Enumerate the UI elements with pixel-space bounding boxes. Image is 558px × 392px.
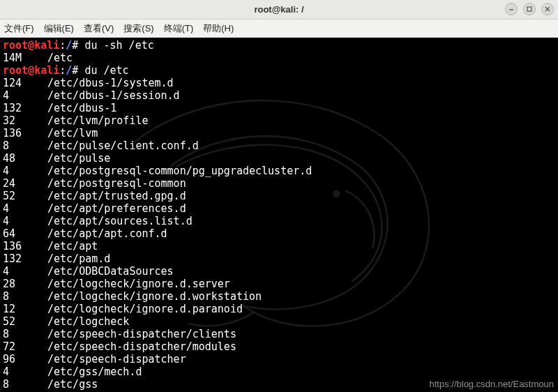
row-size: 136 (3, 240, 47, 252)
output-row: 8/etc/speech-dispatcher/clients (3, 328, 555, 340)
prompt-cwd: / (66, 64, 72, 77)
row-path: /etc/postgresql-common/pg_upgradecluster… (47, 165, 312, 177)
row-size: 72 (3, 340, 47, 353)
row-size: 8 (3, 140, 47, 152)
minimize-button[interactable] (505, 3, 518, 15)
menu-file[interactable]: 文件(F) (4, 22, 34, 35)
command-du-sh: du -sh /etc (84, 39, 153, 52)
row-path: /etc/speech-dispatcher/clients (47, 328, 236, 340)
prompt-hash: # (72, 64, 84, 77)
output-row: 4/etc/gss/mech.d (3, 365, 555, 378)
titlebar: root@kali: / (0, 0, 558, 20)
row-size: 96 (3, 353, 47, 365)
output-row: 136/etc/apt (3, 240, 555, 252)
row-path: /etc/pulse (47, 152, 110, 165)
row-path: /etc/postgresql-common (47, 177, 186, 190)
menu-view[interactable]: 查看(V) (84, 22, 114, 35)
row-path: /etc/apt (47, 240, 98, 252)
menu-search[interactable]: 搜索(S) (123, 22, 153, 35)
window-controls (505, 3, 554, 15)
output-row: 8/etc/logcheck/ignore.d.workstation (3, 290, 555, 303)
row-size: 132 (3, 252, 47, 265)
row-path: /etc/pulse/client.conf.d (47, 140, 199, 152)
output-row: 4/etc/apt/preferences.d (3, 202, 555, 215)
row-path: /etc/gss/mech.d (47, 365, 142, 378)
output-row: 132/etc/dbus-1 (3, 102, 555, 114)
row-path: /etc/logcheck/ignore.d.paranoid (47, 303, 243, 315)
window-title: root@kali: / (254, 4, 303, 15)
maximize-button[interactable] (523, 3, 536, 15)
output-row: 4/etc/apt/sources.list.d (3, 215, 555, 227)
output-row: 12/etc/logcheck/ignore.d.paranoid (3, 303, 555, 315)
output-row: 28/etc/logcheck/ignore.d.server (3, 278, 555, 290)
row-path: /etc/dbus-1/system.d (47, 77, 174, 89)
row-size: 12 (3, 303, 47, 315)
menu-help[interactable]: 帮助(H) (203, 22, 234, 35)
row-size: 28 (3, 278, 47, 290)
output-row: 14M/etc (3, 52, 555, 64)
prompt-colon: : (59, 64, 66, 77)
row-path: /etc/speech-dispatcher (47, 353, 186, 365)
prompt-line: root@kali:/# du -sh /etc (3, 39, 555, 52)
row-size: 8 (3, 290, 47, 303)
maximize-icon (526, 6, 533, 13)
row-size: 4 (3, 89, 47, 102)
output-row: 4/etc/dbus-1/session.d (3, 89, 555, 102)
row-size: 48 (3, 152, 47, 165)
prompt-line: root@kali:/# du /etc (3, 64, 555, 77)
output-row: 32/etc/lvm/profile (3, 114, 555, 127)
output-row: 8/etc/pulse/client.conf.d (3, 140, 555, 152)
prompt-hash: # (72, 39, 84, 52)
terminal-content: root@kali:/# du -sh /etc14M/etcroot@kali… (0, 38, 558, 392)
row-path: /etc/apt/sources.list.d (47, 215, 193, 227)
output-row: 52/etc/apt/trusted.gpg.d (3, 190, 555, 202)
row-path: /etc/pam.d (47, 252, 110, 265)
output-row: 96/etc/speech-dispatcher (3, 353, 555, 365)
row-size: 4 (3, 365, 47, 378)
row-size: 4 (3, 202, 47, 215)
row-size: 4 (3, 265, 47, 278)
menubar: 文件(F) 编辑(E) 查看(V) 搜索(S) 终端(T) 帮助(H) (0, 20, 558, 38)
output-row: 4/etc/postgresql-common/pg_upgradecluste… (3, 165, 555, 177)
row-path: /etc/gss (47, 378, 98, 391)
row-size: 4 (3, 165, 47, 177)
output-row: 64/etc/apt/apt.conf.d (3, 227, 555, 240)
row-size: 124 (3, 77, 47, 89)
menu-terminal[interactable]: 终端(T) (164, 22, 194, 35)
terminal[interactable]: root@kali:/# du -sh /etc14M/etcroot@kali… (0, 38, 558, 392)
menu-edit[interactable]: 编辑(E) (44, 22, 74, 35)
close-button[interactable] (541, 3, 554, 15)
minimize-icon (508, 6, 515, 13)
output-row: 136/etc/lvm (3, 127, 555, 140)
output-row: 72/etc/speech-dispatcher/modules (3, 340, 555, 353)
output-row: 8/etc/gss (3, 378, 555, 391)
row-path: /etc/lvm/profile (47, 114, 149, 127)
row-path: /etc/logcheck/ignore.d.server (47, 278, 230, 290)
output-row: 52/etc/logcheck (3, 315, 555, 328)
close-icon (544, 6, 551, 13)
row-size: 8 (3, 328, 47, 340)
prompt-userhost: root@kali (3, 39, 59, 52)
row-size: 24 (3, 177, 47, 190)
row-size: 52 (3, 315, 47, 328)
row-path: /etc/apt/trusted.gpg.d (47, 190, 186, 202)
row-path: /etc/ODBCDataSources (47, 265, 174, 278)
svg-rect-1 (527, 7, 531, 11)
prompt-cwd: / (66, 39, 72, 52)
row-path: /etc/dbus-1/session.d (47, 89, 180, 102)
row-path: /etc/dbus-1 (47, 102, 116, 114)
output-row: 4/etc/ODBCDataSources (3, 265, 555, 278)
row-size: 14M (3, 52, 47, 64)
row-size: 4 (3, 215, 47, 227)
row-size: 132 (3, 102, 47, 114)
output-row: 124/etc/dbus-1/system.d (3, 77, 555, 89)
row-size: 32 (3, 114, 47, 127)
row-size: 8 (3, 378, 47, 391)
row-path: /etc/speech-dispatcher/modules (47, 340, 236, 353)
row-path: /etc (47, 52, 73, 64)
row-path: /etc/logcheck/ignore.d.workstation (47, 290, 262, 303)
row-size: 64 (3, 227, 47, 240)
row-path: /etc/apt/apt.conf.d (47, 227, 167, 240)
prompt-userhost: root@kali (3, 64, 59, 77)
command-du: du /etc (84, 64, 128, 77)
